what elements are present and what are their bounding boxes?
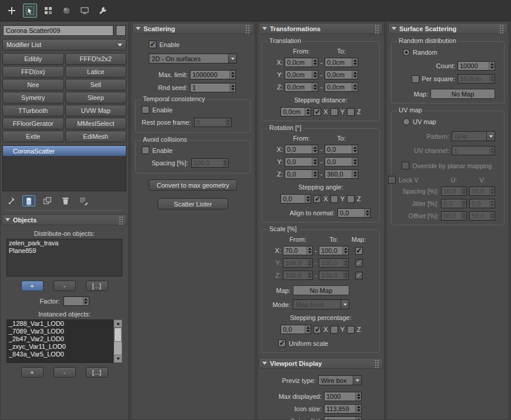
scatter-grid-icon[interactable] [41, 4, 55, 18]
spinner-arrows[interactable] [342, 259, 348, 267]
previz-type-dropdown[interactable]: Wire box [318, 375, 362, 385]
points-field[interactable]: 1 [324, 416, 362, 420]
translation-z-from-field[interactable]: 0,0cm [285, 82, 318, 92]
convert-to-max-geometry-button[interactable]: Convert to max geometry [149, 179, 237, 191]
uv-spacing-u-field[interactable]: 10,0 [441, 186, 467, 196]
spinner-arrows[interactable] [489, 199, 495, 208]
pin-stack-icon[interactable] [4, 195, 17, 206]
spinner-arrows[interactable] [312, 83, 318, 91]
scale-y-to-field[interactable]: 100,0 [319, 258, 349, 268]
modifier-button[interactable]: Nee [2, 79, 64, 91]
rollout-grip[interactable] [375, 359, 379, 368]
per-square-checkbox[interactable] [412, 75, 419, 83]
modifier-button[interactable]: UVW Map [65, 105, 127, 116]
factor-field[interactable] [64, 296, 89, 306]
uv-spacing-v-field[interactable]: 10,0 [469, 186, 495, 196]
rotation-y-to-field[interactable]: 0,0 [325, 157, 358, 166]
align-to-normal-field[interactable]: 0,0 [338, 208, 370, 218]
scale-x-from-field[interactable]: 70,0 [283, 246, 313, 255]
translation-z-to-field[interactable]: 0,0cm [325, 82, 358, 92]
rotation-y-from-field[interactable]: 0,0 [285, 157, 318, 166]
scale-map-button[interactable]: No Map [293, 285, 349, 295]
spinner-arrows[interactable] [489, 187, 495, 195]
rollout-grip[interactable] [500, 25, 504, 33]
uniform-scale-checkbox[interactable] [278, 339, 286, 347]
rotation-z-to-field[interactable]: 360,0 [325, 169, 358, 179]
max-displayed-field[interactable]: 1000 [324, 392, 362, 401]
rotation-x-from-field[interactable]: 0,0 [285, 145, 318, 154]
scale-mode-dropdown[interactable]: Map fixed [293, 299, 349, 309]
spinner-arrows[interactable] [355, 405, 361, 413]
translation-y-to-field[interactable]: 0,0cm [325, 70, 358, 79]
modifier-button[interactable]: Sell [65, 79, 127, 91]
instanced-objects-list[interactable]: _1288_Var1_LOD0 _7089_Var3_LOD0 _2b47_Va… [6, 319, 113, 363]
spinner-arrows[interactable] [229, 84, 235, 92]
max-limit-field[interactable]: 1000000 [190, 70, 236, 79]
spinner-arrows[interactable] [222, 159, 228, 167]
select-object-icon[interactable] [23, 4, 37, 18]
rest-pose-field[interactable]: 0 [194, 118, 232, 127]
surface-map-button[interactable]: No Map [430, 89, 495, 99]
spinner-arrows[interactable] [364, 209, 370, 217]
pick-distribute-objects-button[interactable]: [...] [86, 281, 108, 291]
translation-x-to-field[interactable]: 0,0cm [325, 58, 358, 67]
spinner-arrows[interactable] [83, 297, 89, 305]
list-item[interactable]: _zxyc_Var11_LOD0 [7, 343, 113, 351]
uv-map-radio[interactable] [403, 118, 410, 125]
step-x-checkbox[interactable] [313, 326, 321, 334]
list-item[interactable]: _843a_Var5_LOD0 [7, 351, 113, 358]
uv-jitter-u-field[interactable]: 0,0 [441, 199, 467, 208]
modifier-button[interactable]: EdiMesh [65, 131, 127, 142]
spinner-arrows[interactable] [306, 271, 312, 279]
scatter-mode-dropdown[interactable]: 2D - On surfaces [149, 54, 237, 64]
rollout-grip[interactable] [246, 25, 250, 33]
uv-channel-field[interactable]: 1 [452, 146, 495, 155]
spinner-arrows[interactable] [460, 187, 466, 195]
modifier-button[interactable]: Extle [2, 131, 64, 142]
list-item[interactable]: _2b47_Var2_LOD0 [7, 335, 113, 343]
override-planar-mapping-checkbox[interactable] [402, 162, 409, 169]
spinner-arrows[interactable] [352, 83, 358, 91]
remove-instanced-object-button[interactable]: - [54, 367, 76, 378]
objects-rollout-header[interactable]: Objects [2, 214, 127, 225]
spinner-arrows[interactable] [355, 417, 361, 420]
stack-item-selected[interactable]: CoronaScatter [3, 146, 126, 156]
modifier-stack[interactable]: CoronaScatter [2, 145, 126, 191]
modifier-button[interactable]: TTurbooth [2, 105, 64, 116]
pick-instanced-objects-button[interactable]: [...] [86, 367, 108, 378]
scattering-rollout-header[interactable]: Scattering [132, 23, 253, 34]
scroll-thumb[interactable] [114, 328, 122, 342]
spinner-arrows[interactable] [306, 259, 312, 267]
make-unique-icon[interactable] [41, 195, 54, 206]
step-z-checkbox[interactable] [347, 108, 355, 116]
spinner-arrows[interactable] [489, 212, 495, 220]
spinner-arrows[interactable] [305, 325, 310, 334]
spinner-arrows[interactable] [229, 71, 235, 79]
rnd-seed-field[interactable]: 1 [190, 83, 236, 92]
sphere-icon[interactable] [59, 4, 74, 18]
per-square-field[interactable]: 10,0cm [457, 74, 495, 84]
spinner-arrows[interactable] [352, 170, 358, 178]
spinner-arrows[interactable] [355, 392, 361, 401]
distribute-on-objects-list[interactable]: zelen_park_trava Plane859 [6, 239, 122, 276]
uv-offset-u-field[interactable]: 50,0 [441, 211, 467, 221]
add-instanced-object-button[interactable]: + [21, 367, 44, 378]
step-z-checkbox[interactable] [347, 326, 355, 334]
rotation-z-from-field[interactable]: 0,0 [285, 169, 318, 179]
modifier-list-dropdown[interactable]: Modifier List [2, 39, 126, 51]
show-end-result-icon[interactable] [22, 195, 35, 206]
spinner-arrows[interactable] [312, 58, 318, 66]
spinner-arrows[interactable] [312, 158, 318, 166]
rotation-x-to-field[interactable]: 0,0 [325, 145, 358, 154]
spinner-arrows[interactable] [306, 246, 312, 255]
spinner-arrows[interactable] [352, 58, 358, 66]
spinner-arrows[interactable] [342, 246, 348, 255]
spinner-arrows[interactable] [352, 145, 358, 154]
rollout-grip[interactable] [375, 25, 379, 33]
scroll-down-arrow[interactable] [114, 355, 122, 362]
scattering-enable-checkbox[interactable] [149, 41, 156, 48]
avoid-enable-checkbox[interactable] [142, 146, 149, 154]
spinner-arrows[interactable] [489, 75, 495, 83]
add-distribute-object-button[interactable]: + [21, 281, 44, 291]
stepping-angle-field[interactable]: 0,0 [280, 194, 311, 204]
